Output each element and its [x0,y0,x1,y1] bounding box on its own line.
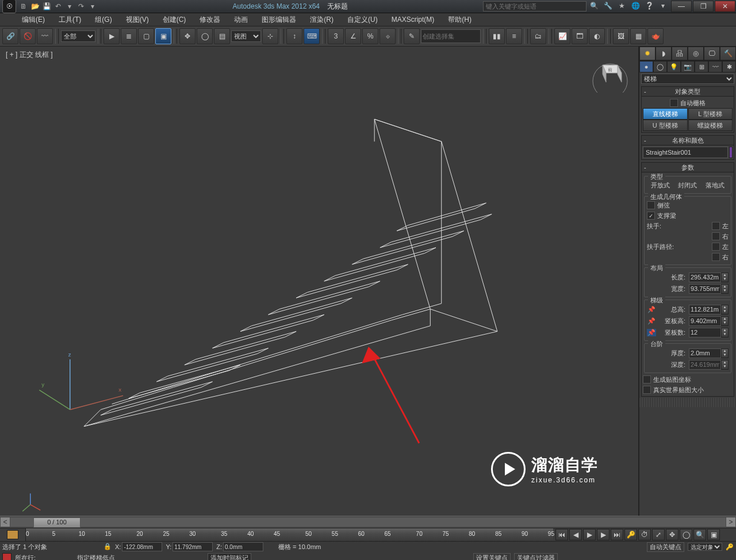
select-name-icon[interactable]: ≣ [121,28,137,44]
editsel-icon[interactable]: ✎ [404,28,420,44]
selection-filter[interactable]: 全部 [61,30,95,42]
pin1-icon[interactable]: 📌 [647,306,656,313]
key-target[interactable]: 选定对象 [688,543,722,551]
star-icon[interactable]: ★ [616,2,627,11]
globe-icon[interactable]: 🌐 [630,2,641,11]
minimize-button[interactable]: — [671,1,692,12]
iso-sel-icon[interactable]: ⤢ [652,529,665,540]
setkey-button[interactable]: 设置关键点 [473,553,511,561]
unlink-icon[interactable]: 🚫 [20,28,36,44]
total-input[interactable] [689,305,721,314]
angle-snap-icon[interactable]: ∠ [345,28,361,44]
rollout-params[interactable]: 参数 [681,164,694,171]
coord-x[interactable] [122,542,162,551]
length-input[interactable] [689,273,721,282]
tab-create-icon[interactable]: ✹ [639,47,656,60]
autokey-button[interactable]: 自动关键点 [647,542,684,552]
pin3-icon[interactable]: 📌 [647,329,656,336]
ck-support[interactable]: ✓ [647,212,655,220]
qa-undo-icon[interactable]: ↶ [53,2,63,11]
play-end-icon[interactable]: ⏭ [611,529,623,540]
render-setup-icon[interactable]: 🖼 [613,28,629,44]
play-icon[interactable]: ▶ [583,529,596,540]
ck-side[interactable] [647,201,655,209]
keyfilter-button[interactable]: 关键点过滤器 [514,553,558,561]
help-icon[interactable]: ❔ [644,2,654,11]
select-arrow-icon[interactable]: ▶ [103,28,120,44]
pivot-icon[interactable]: ⊹ [262,28,278,44]
sub-help-icon[interactable]: ⊞ [695,61,708,72]
trackbar[interactable]: 0 5 10 15 20 25 30 35 40 45 50 55 60 65 … [26,528,553,541]
nav-orbit-icon[interactable]: ◯ [680,529,692,540]
ck-realuv[interactable] [643,386,651,394]
rotate-icon[interactable]: ◯ [197,28,213,44]
sub-space-icon[interactable]: 〰 [708,61,722,72]
time-next[interactable]: > [726,517,735,527]
tab-motion-icon[interactable]: ◎ [688,47,704,60]
schematic-icon[interactable]: 🗔 [572,28,588,44]
lock-icon[interactable]: 🔒 [103,543,112,551]
time-cfg-icon[interactable]: ⏱ [638,529,651,540]
scale-icon[interactable]: ▤ [214,28,230,44]
type-spiral[interactable]: 螺旋楼梯 [688,120,733,131]
coord-y[interactable] [172,542,213,551]
sub-geom-icon[interactable]: ● [639,61,653,72]
sub-cam-icon[interactable]: 📷 [681,61,695,72]
key-icon2[interactable]: 🔑 [726,543,734,551]
pin2-icon[interactable]: 📌 [647,317,656,325]
window-crossing-icon[interactable]: ▣ [155,28,171,44]
panel-scroll[interactable] [639,398,736,407]
render-icon[interactable]: 🫖 [647,28,664,44]
sub-light-icon[interactable]: 💡 [667,61,681,72]
curve-editor-icon[interactable]: 📈 [554,28,570,44]
rollout-objtype[interactable]: 对象类型 [675,88,700,95]
time-thumb[interactable]: 0 / 100 [33,517,80,528]
menu-render[interactable]: 渲染(R) [306,14,337,26]
autogrid-checkbox[interactable] [670,99,678,107]
length-spinner[interactable]: ▲▼ [721,273,729,282]
qa-open-icon[interactable]: 📂 [30,2,40,11]
script-rec-icon[interactable] [2,553,12,560]
bind-icon[interactable]: 〰 [37,28,53,44]
search-input[interactable] [483,1,586,11]
menu-script[interactable]: MAXScript(M) [388,14,438,25]
color-swatch[interactable] [729,147,733,158]
key-icon[interactable] [7,530,18,539]
menu-view[interactable]: 视图(V) [122,14,152,26]
snap3-icon[interactable]: 3 [328,28,344,44]
qa-dd-icon[interactable]: ▾ [64,2,75,11]
width-spinner[interactable]: ▲▼ [721,284,729,294]
close-button[interactable]: ✕ [715,1,735,12]
addtime-label[interactable]: 添加时间标记 [208,553,251,561]
menu-graph[interactable]: 图形编辑器 [258,14,300,26]
ck-hp-left[interactable] [712,243,720,251]
align-icon[interactable]: ≡ [506,28,522,44]
play-start-icon[interactable]: ⏮ [555,529,568,540]
tab-utility-icon[interactable]: 🔨 [720,47,736,60]
qa-redo-icon[interactable]: ↷ [76,2,86,11]
qa-save-icon[interactable]: 💾 [41,2,52,11]
ck-hr-right[interactable] [712,232,720,240]
view-cube[interactable]: 前 [590,52,630,93]
rollout-name[interactable]: 名称和颜色 [672,137,704,144]
link-icon[interactable]: 🔗 [2,28,18,44]
keyboard-icon[interactable]: ⌨ [304,28,320,44]
qa-new-icon[interactable]: 🗎 [18,2,29,11]
app-icon[interactable]: ⦿ [2,0,16,13]
menu-anim[interactable]: 动画 [231,14,251,26]
wrench-icon[interactable]: 🔧 [603,2,613,11]
ref-coord[interactable]: 视图 [231,30,261,42]
move-icon[interactable]: ✥ [179,28,195,44]
category-select[interactable]: 楼梯 [641,74,734,84]
time-prev[interactable]: < [1,517,10,527]
nav-max-icon[interactable]: ▣ [707,529,720,540]
qa-dd2-icon[interactable]: ▾ [87,2,98,11]
count-input[interactable] [689,328,721,337]
binoculars-icon[interactable]: 🔍 [589,2,599,11]
key-mode-icon[interactable]: 🔑 [624,529,637,540]
play-prev-icon[interactable]: ◀ [569,529,582,540]
time-track[interactable]: 0 / 100 [10,517,726,527]
play-next-icon[interactable]: ▶ [597,529,610,540]
material-icon[interactable]: ◐ [589,28,605,44]
tab-hierarchy-icon[interactable]: 品 [672,47,688,60]
